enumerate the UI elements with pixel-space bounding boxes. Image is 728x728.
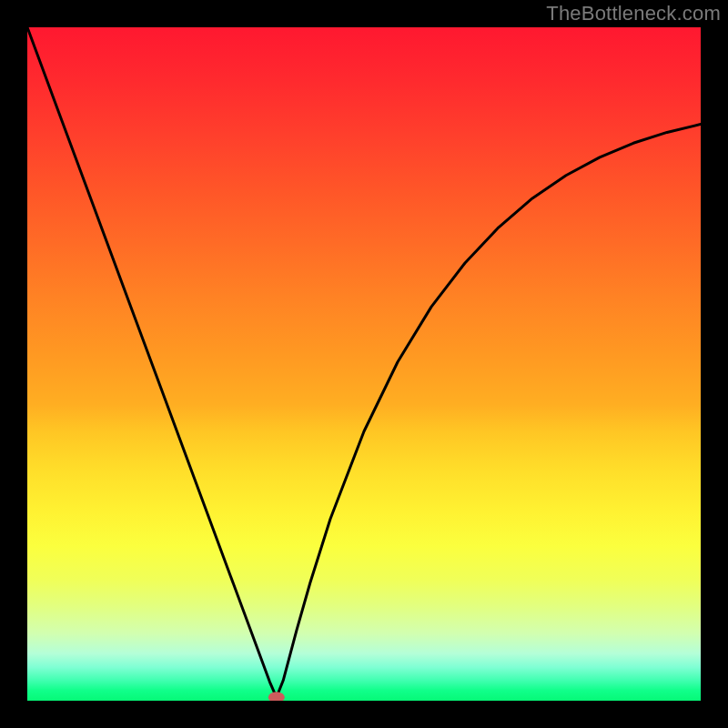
bottleneck-curve bbox=[27, 27, 701, 697]
bottleneck-curve-svg bbox=[27, 27, 701, 701]
plot-area bbox=[27, 27, 701, 701]
chart-frame: TheBottleneck.com bbox=[0, 0, 728, 728]
watermark-text: TheBottleneck.com bbox=[546, 2, 721, 25]
minimum-marker bbox=[268, 692, 285, 701]
